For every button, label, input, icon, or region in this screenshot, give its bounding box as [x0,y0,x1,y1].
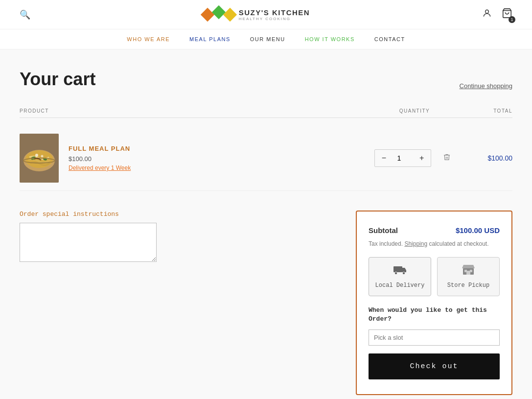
site-header: 🔍 SUZY'S KITCHEN HEALTHY COOKING [0,0,532,29]
cart-button[interactable]: 1 [502,8,512,21]
search-area: 🔍 [20,9,30,20]
delivery-options: Local Delivery Store Pickup [369,257,500,296]
account-button[interactable] [482,8,492,21]
brand-name: SUZY'S KITCHEN [239,8,310,17]
order-summary-panel: Subtotal $100.00 USD Tax included. Shipp… [356,211,512,395]
svg-rect-16 [470,270,472,272]
checkout-button[interactable]: Check out [369,353,500,379]
increase-quantity-button[interactable]: + [413,150,431,166]
nav-meal-plans[interactable]: MEAL PLANS [189,36,231,42]
subtotal-value: $100.00 USD [456,226,500,235]
svg-rect-15 [464,270,467,272]
svg-rect-14 [466,271,470,275]
search-button[interactable]: 🔍 [20,9,30,20]
svg-rect-10 [393,266,402,272]
col-product: PRODUCT [20,108,375,114]
quantity-section: − + [375,149,454,167]
svg-point-12 [403,272,405,275]
logo-diamond-yellow [223,7,237,21]
slot-picker-input[interactable] [369,329,500,346]
store-pickup-option[interactable]: Store Pickup [437,257,500,296]
nav-our-menu[interactable]: OUR MENU [250,36,285,42]
svg-point-0 [486,10,489,13]
lower-section: Order special instructions Subtotal $100… [20,211,512,395]
brand-tagline: HEALTHY COOKING [239,17,310,21]
search-icon: 🔍 [20,10,30,20]
order-question: When would you like to get this Order? [369,306,500,324]
truck-icon [393,264,407,278]
checkout-note: calculated at checkout. [429,240,488,247]
subtotal-row: Subtotal $100.00 USD [369,226,500,235]
quantity-input[interactable] [393,154,413,162]
svg-point-8 [41,155,44,158]
logo: SUZY'S KITCHEN HEALTHY COOKING [203,8,310,21]
header-actions: 1 [482,8,512,21]
local-delivery-label: Local Delivery [375,282,425,289]
product-subscription: Delivered every 1 Week [69,164,375,171]
col-quantity: QUANTITY [375,108,454,114]
table-header: PRODUCT QUANTITY TOTAL [20,104,512,118]
subtotal-label: Subtotal [369,226,398,235]
tax-note: Tax included. Shipping calculated at che… [369,240,500,247]
logo-diamond-orange [201,7,214,21]
store-icon [462,264,475,278]
product-name: FULL MEAL PLAN [69,145,375,152]
continue-shopping-link[interactable]: Continue shopping [460,82,512,90]
svg-point-11 [395,272,397,275]
cart-item: FULL MEAL PLAN $100.00 Delivered every 1… [20,126,512,191]
delete-item-button[interactable] [439,149,455,167]
page-title: Your cart [20,69,95,90]
nav-who-we-are[interactable]: WHO WE ARE [127,36,170,42]
page-header: Your cart Continue shopping [20,69,512,90]
product-info: FULL MEAL PLAN $100.00 Delivered every 1… [59,145,375,171]
cart-count: 1 [509,16,515,23]
account-icon [482,10,492,20]
tax-included-text: Tax included. [369,240,403,247]
decrease-quantity-button[interactable]: − [375,150,393,166]
main-content: Your cart Continue shopping PRODUCT QUAN… [0,49,532,399]
nav-how-it-works[interactable]: HOW IT WORKS [305,36,355,42]
product-price: $100.00 [69,155,375,163]
local-delivery-option[interactable]: Local Delivery [369,257,431,296]
shipping-link[interactable]: Shipping [404,240,427,247]
logo-diamond-green [212,5,226,19]
trash-icon [443,153,451,161]
main-nav: WHO WE ARE MEAL PLANS OUR MENU HOW IT WO… [0,29,532,49]
product-image [20,134,59,183]
instructions-label: Order special instructions [20,211,336,218]
store-pickup-label: Store Pickup [447,282,489,289]
col-total: TOTAL [454,108,512,114]
nav-contact[interactable]: CONTACT [374,36,405,42]
quantity-controls: − + [374,149,432,167]
order-instructions: Order special instructions [20,211,336,395]
item-total: $100.00 [454,154,512,162]
instructions-textarea[interactable] [20,223,157,262]
svg-point-7 [35,154,38,157]
